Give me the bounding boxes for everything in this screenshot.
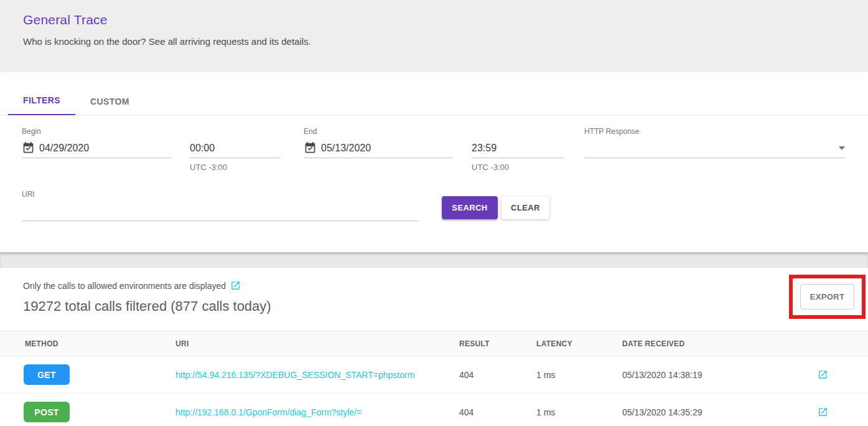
result-cell: 404 [459, 407, 536, 417]
page-header: General Trace Who is knocking on the doo… [0, 0, 868, 72]
allowed-environments-note: Only the calls to allowed environments a… [23, 281, 226, 291]
begin-label: Begin [22, 127, 171, 136]
uri-link[interactable]: http://192.168.0.1/GponForm/diag_Form?st… [175, 407, 362, 417]
column-header-latency: LATENCY [536, 339, 622, 348]
end-time-input[interactable] [472, 143, 564, 154]
annotation-highlight-box: EXPORT [789, 275, 866, 319]
calendar-icon[interactable] [22, 141, 35, 155]
tab-filters-label: FILTERS [23, 95, 60, 105]
open-in-new-icon[interactable] [818, 407, 828, 417]
clear-button[interactable]: CLEAR [502, 196, 549, 219]
calls-table: METHOD URI RESULT LATENCY DATE RECEIVED … [0, 331, 868, 426]
search-button[interactable]: SEARCH [442, 196, 498, 219]
http-response-value[interactable] [584, 143, 846, 154]
column-header-uri: URI [175, 339, 459, 348]
begin-time-input[interactable] [190, 143, 281, 154]
column-header-method: METHOD [25, 339, 175, 348]
begin-timezone-hint: UTC -3:00 [190, 163, 281, 172]
end-timezone-hint: UTC -3:00 [472, 163, 564, 172]
uri-input[interactable] [22, 206, 419, 217]
filter-form: Begin . [0, 115, 868, 221]
http-response-select[interactable] [584, 138, 846, 158]
method-badge[interactable]: POST [24, 402, 70, 422]
tab-custom-label: CUSTOM [90, 97, 129, 107]
filter-card: FILTERS CUSTOM Begin [0, 72, 868, 252]
end-date-input[interactable] [321, 143, 453, 154]
open-in-new-icon[interactable] [818, 369, 828, 380]
latency-cell: 1 ms [536, 370, 622, 380]
uri-field: URI [22, 190, 419, 221]
http-response-label: HTTP Response [584, 127, 846, 136]
table-body: GET http://54.94.216.135/?XDEBUG_SESSION… [0, 356, 868, 426]
page-title: General Trace [23, 12, 845, 27]
date-received-cell: 05/13/2020 14:38:19 [622, 370, 803, 380]
section-divider [0, 252, 868, 268]
table-row: GET http://54.94.216.135/?XDEBUG_SESSION… [0, 356, 868, 394]
end-time-field: . UTC -3:00 [472, 127, 564, 172]
tab-bar: FILTERS CUSTOM [0, 72, 868, 115]
latency-cell: 1 ms [536, 407, 622, 417]
open-in-new-icon[interactable] [230, 280, 241, 291]
calendar-icon[interactable] [304, 141, 317, 155]
page-subtitle: Who is knocking on the door? See all arr… [23, 36, 845, 47]
end-date-field: End [304, 127, 453, 158]
results-card: Only the calls to allowed environments a… [0, 268, 868, 426]
table-row: POST http://192.168.0.1/GponForm/diag_Fo… [0, 394, 868, 426]
http-response-field: HTTP Response [584, 127, 846, 158]
calls-summary: 19272 total calls filtered (877 calls to… [23, 298, 845, 315]
tab-filters[interactable]: FILTERS [8, 95, 75, 115]
export-button[interactable]: EXPORT [800, 284, 854, 310]
begin-time-field: . UTC -3:00 [190, 127, 281, 172]
uri-link[interactable]: http://54.94.216.135/?XDEBUG_SESSION_STA… [175, 370, 414, 380]
column-header-date-received: DATE RECEIVED [622, 339, 803, 348]
result-cell: 404 [459, 370, 536, 380]
uri-label: URI [22, 190, 419, 199]
general-trace-page: General Trace Who is knocking on the doo… [0, 0, 868, 426]
begin-date-field: Begin [22, 127, 171, 158]
tab-custom[interactable]: CUSTOM [75, 97, 144, 115]
begin-date-input[interactable] [39, 143, 171, 154]
end-label: End [304, 127, 453, 136]
table-header-row: METHOD URI RESULT LATENCY DATE RECEIVED [0, 331, 868, 356]
method-badge[interactable]: GET [24, 364, 70, 385]
date-received-cell: 05/13/2020 14:35:29 [622, 407, 803, 417]
column-header-result: RESULT [459, 339, 536, 348]
chevron-down-icon [839, 146, 845, 150]
